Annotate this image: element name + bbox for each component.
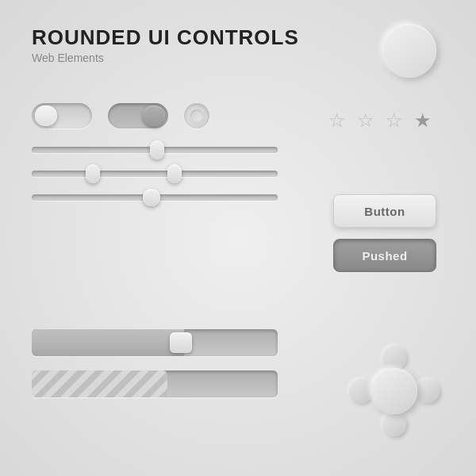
page-header: ROUNDED UI CONTROLS Web Elements — [32, 25, 299, 64]
button-normal[interactable]: Button — [333, 194, 436, 228]
slider-1-thumb[interactable] — [150, 140, 164, 159]
star-1[interactable]: ☆ — [328, 109, 351, 132]
buttons-section: Button Pushed — [333, 194, 436, 272]
slider-2-thumb2[interactable] — [167, 164, 182, 183]
toggle-switch-2[interactable] — [108, 103, 168, 129]
progress-bar-2 — [32, 370, 278, 397]
progress-striped-fill — [32, 370, 167, 397]
radio-inner — [190, 109, 203, 122]
joystick-top[interactable] — [382, 346, 406, 370]
star-4[interactable]: ★ — [414, 109, 436, 132]
button-normal-label: Button — [364, 205, 405, 218]
toggle-switch-1[interactable] — [32, 103, 92, 129]
toggle-knob-2 — [143, 106, 165, 126]
radio-button[interactable] — [184, 103, 209, 129]
toggle-knob-1 — [35, 106, 57, 126]
progress-bar-1[interactable] — [32, 329, 278, 356]
button-pushed[interactable]: Pushed — [333, 239, 436, 272]
slider-2[interactable] — [32, 171, 278, 177]
progress-section — [32, 329, 278, 397]
joystick-center[interactable] — [371, 368, 417, 414]
slider-3[interactable] — [32, 194, 278, 201]
button-pushed-label: Pushed — [362, 249, 407, 263]
star-2[interactable]: ☆ — [357, 109, 379, 132]
page-subtitle: Web Elements — [32, 52, 299, 64]
joystick-right[interactable] — [416, 379, 440, 403]
sliders-section — [32, 147, 278, 201]
slider-3-thumb[interactable] — [143, 189, 160, 206]
large-circle-button[interactable] — [382, 24, 436, 78]
star-rating[interactable]: ☆ ☆ ☆ ★ — [328, 109, 436, 132]
slider-1[interactable] — [32, 147, 278, 153]
joystick-bottom[interactable] — [382, 413, 406, 436]
progress-fill-1 — [32, 329, 184, 356]
star-3[interactable]: ☆ — [386, 109, 408, 132]
progress-handle[interactable] — [170, 332, 192, 353]
toggles-row — [32, 103, 209, 129]
joystick-widget[interactable] — [343, 340, 446, 443]
slider-2-thumb1[interactable] — [86, 164, 100, 183]
joystick-left[interactable] — [349, 379, 373, 403]
page-title: ROUNDED UI CONTROLS — [32, 25, 299, 50]
